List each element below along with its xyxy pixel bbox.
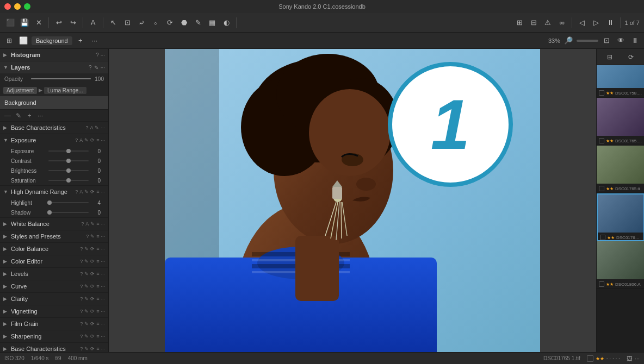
vign-list[interactable]: ≡ xyxy=(96,309,99,314)
zoom-fit[interactable]: ⊡ xyxy=(600,35,612,47)
clarity-pencil[interactable]: ✎ xyxy=(84,296,89,302)
contrast-slider[interactable] xyxy=(48,160,89,161)
layer-item[interactable]: Background xyxy=(0,96,108,109)
vignetting-header[interactable]: ▶ Vignetting ? ✎ ⟳ ≡ ··· xyxy=(0,305,108,317)
ce-help[interactable]: ? xyxy=(80,259,83,264)
film-checkbox-2[interactable] xyxy=(599,138,604,143)
maximize-button[interactable] xyxy=(24,3,30,10)
filmstrip-rotate[interactable]: ⟳ xyxy=(628,53,634,61)
bc2-list[interactable]: ≡ xyxy=(96,346,99,352)
tool-save[interactable]: 💾 xyxy=(18,17,30,29)
hdr-list[interactable]: ≡ xyxy=(96,189,99,194)
layers-brush-icon[interactable]: ✎ xyxy=(14,111,23,120)
sharp-reset[interactable]: ⟳ xyxy=(90,334,95,339)
film-checkbox-1[interactable] xyxy=(599,90,604,96)
levels-more[interactable]: ··· xyxy=(101,271,105,277)
opacity-slider[interactable] xyxy=(31,78,91,79)
base-char-help[interactable]: ? xyxy=(85,125,88,130)
ce-reset[interactable]: ⟳ xyxy=(90,259,95,264)
fg-reset[interactable]: ⟳ xyxy=(90,321,95,327)
tool-rotate[interactable]: ⤾ xyxy=(135,17,147,29)
color-balance-header[interactable]: ▶ Color Balance ? ✎ ⟳ ≡ ··· xyxy=(0,243,108,255)
hdr-help[interactable]: ? xyxy=(75,189,78,194)
styles-list[interactable]: ≡ xyxy=(96,234,99,239)
tool-luma[interactable]: ◐ xyxy=(220,17,232,29)
bc2-pencil[interactable]: ✎ xyxy=(84,346,89,352)
clarity-list[interactable]: ≡ xyxy=(96,296,99,302)
tool-table[interactable]: ⊟ xyxy=(528,17,540,29)
tool-pen[interactable]: ✎ xyxy=(192,17,204,29)
tool-redo[interactable]: ↪ xyxy=(67,17,79,29)
film-checkbox-3[interactable] xyxy=(599,186,604,191)
tool-crop[interactable]: ⊡ xyxy=(121,17,133,29)
curve-header[interactable]: ▶ Curve ? ✎ ⟳ ≡ ··· xyxy=(0,280,108,292)
layers-add-icon[interactable]: + xyxy=(25,111,34,120)
highlight-slider[interactable] xyxy=(48,202,89,203)
zoom-slider[interactable] xyxy=(577,40,598,42)
levels-help[interactable]: ? xyxy=(80,271,83,277)
filmstrip-item-2[interactable]: ★★ DSC01765.AR xyxy=(597,98,644,146)
hdr-pencil[interactable]: ✎ xyxy=(84,189,89,194)
sharp-help[interactable]: ? xyxy=(80,334,83,339)
curve-list[interactable]: ≡ xyxy=(96,284,99,289)
fg-help[interactable]: ? xyxy=(80,321,83,327)
curve-help[interactable]: ? xyxy=(80,284,83,289)
levels-pencil[interactable]: ✎ xyxy=(84,271,89,277)
layers-minus-icon[interactable]: — xyxy=(3,111,12,120)
background-tab[interactable]: Background xyxy=(32,36,72,45)
sharp-list[interactable]: ≡ xyxy=(96,334,99,339)
bc2-help[interactable]: ? xyxy=(80,346,83,352)
base-char-more[interactable]: ··· xyxy=(101,125,105,130)
levels-reset[interactable]: ⟳ xyxy=(90,271,95,277)
exposure-header[interactable]: ▼ Exposure ? A ✎ ⟳ ≡ ··· xyxy=(0,134,108,146)
film-checkbox-5[interactable] xyxy=(599,281,604,287)
curve-pencil[interactable]: ✎ xyxy=(84,284,89,289)
styles-pencil[interactable]: ✎ xyxy=(90,234,95,239)
tool-annotate[interactable]: A xyxy=(87,17,99,29)
wb-list[interactable]: ≡ xyxy=(96,221,99,227)
wb-more[interactable]: ··· xyxy=(101,221,105,227)
bc2-reset[interactable]: ⟳ xyxy=(90,346,95,352)
wb-auto[interactable]: A xyxy=(85,221,89,227)
eye-icon[interactable]: 👁 xyxy=(615,35,627,47)
hdr-auto[interactable]: A xyxy=(79,189,83,194)
clarity-reset[interactable]: ⟳ xyxy=(90,296,95,302)
exposure-slider[interactable] xyxy=(48,150,89,152)
film-checkbox-4[interactable] xyxy=(600,235,605,240)
layers-more-icon[interactable]: ··· xyxy=(101,65,105,71)
hdr-header[interactable]: ▼ High Dynamic Range ? A ✎ ⟳ ≡ ··· xyxy=(0,186,108,198)
shadow-slider[interactable] xyxy=(48,212,89,213)
clarity-help[interactable]: ? xyxy=(80,296,83,302)
fg-pencil[interactable]: ✎ xyxy=(84,321,89,327)
vign-more[interactable]: ··· xyxy=(101,309,105,314)
film-grain-header[interactable]: ▶ Film Grain ? ✎ ⟳ ≡ ··· xyxy=(0,318,108,330)
curve-reset[interactable]: ⟳ xyxy=(90,284,95,289)
clarity-more[interactable]: ··· xyxy=(101,296,105,302)
tool-glasses[interactable]: ∞ xyxy=(556,17,568,29)
layers-header[interactable]: ▼ Layers ? ✎ ··· xyxy=(0,61,108,73)
tool-warn[interactable]: ⚠ xyxy=(542,17,554,29)
tool-play[interactable]: ▷ xyxy=(590,17,602,29)
color-editor-header[interactable]: ▶ Color Editor ? ✎ ⟳ ≡ ··· xyxy=(0,255,108,267)
close-button[interactable] xyxy=(4,3,11,10)
styles-header[interactable]: ▶ Styles and Presets ? ✎ ≡ ··· xyxy=(0,230,108,242)
layout-grid-icon[interactable]: ⊞ xyxy=(3,35,15,47)
exp-pencil[interactable]: ✎ xyxy=(84,137,89,143)
wb-pencil[interactable]: ✎ xyxy=(90,221,95,227)
sharp-pencil[interactable]: ✎ xyxy=(84,334,89,339)
exp-list[interactable]: ≡ xyxy=(96,137,99,143)
tool-select[interactable]: ↖ xyxy=(107,17,119,29)
tool-discard[interactable]: ✕ xyxy=(33,17,45,29)
base-char-2-header[interactable]: ▶ Base Characteristics ? ✎ ⟳ ≡ ··· xyxy=(0,343,108,352)
clarity-header[interactable]: ▶ Clarity ? ✎ ⟳ ≡ ··· xyxy=(0,293,108,305)
cb-more[interactable]: ··· xyxy=(101,246,105,252)
hdr-reset[interactable]: ⟳ xyxy=(90,189,95,194)
exp-more[interactable]: ··· xyxy=(101,137,105,143)
wb-header[interactable]: ▶ White Balance ? A ✎ ≡ ··· xyxy=(0,218,108,230)
status-checkbox[interactable] xyxy=(587,355,593,362)
base-char-pencil[interactable]: ✎ xyxy=(95,125,99,130)
sharpening-header[interactable]: ▶ Sharpening ? ✎ ⟳ ≡ ··· xyxy=(0,330,108,342)
tool-gradient[interactable]: ▦ xyxy=(206,17,218,29)
histogram-more-icon[interactable]: ··· xyxy=(101,52,105,58)
filmstrip-icon[interactable]: ⊟ xyxy=(607,53,612,61)
